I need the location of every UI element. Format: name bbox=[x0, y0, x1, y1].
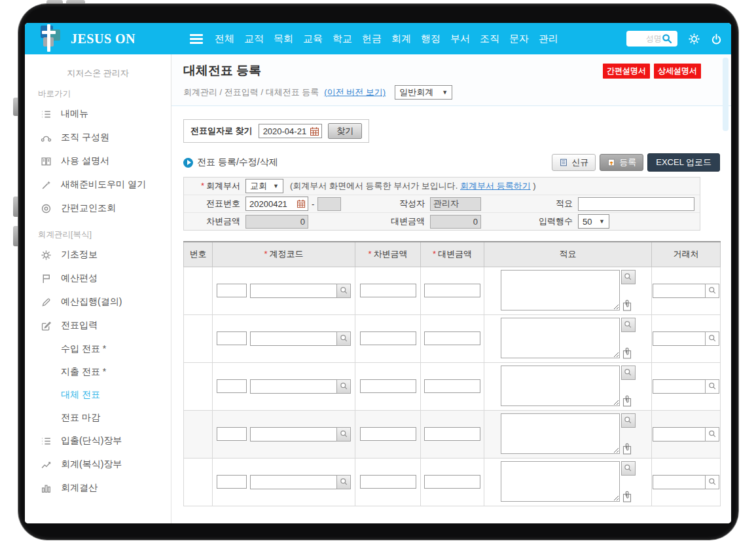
sidebar-item-예산집행(결의)[interactable]: 예산집행(결의) bbox=[25, 290, 171, 314]
summary-search-button[interactable] bbox=[621, 270, 636, 284]
account-name-input[interactable] bbox=[250, 379, 336, 394]
summary-textarea[interactable] bbox=[501, 413, 620, 454]
credit-input[interactable] bbox=[424, 475, 480, 489]
account-name-input[interactable] bbox=[250, 284, 336, 298]
new-button[interactable]: 신규 bbox=[552, 154, 596, 171]
hamburger-menu-icon[interactable] bbox=[190, 32, 203, 46]
account-code-input[interactable] bbox=[217, 379, 247, 393]
sidebar-item-전표마감[interactable]: 전표 마감 bbox=[25, 406, 171, 429]
gear-icon[interactable] bbox=[688, 33, 700, 45]
nav-item-12[interactable]: 관리 bbox=[539, 33, 558, 45]
detail-manual-button[interactable]: 상세설명서 bbox=[654, 64, 701, 79]
name-search-input[interactable] bbox=[630, 34, 662, 43]
sidebar-item-예산편성[interactable]: 예산편성 bbox=[25, 267, 171, 290]
nav-item-9[interactable]: 부서 bbox=[450, 33, 470, 45]
credit-input[interactable] bbox=[424, 331, 480, 345]
account-name-input[interactable] bbox=[250, 331, 336, 346]
slip-no-input[interactable]: 20200421 bbox=[245, 197, 308, 211]
nav-item-11[interactable]: 문자 bbox=[509, 33, 529, 45]
account-code-input[interactable] bbox=[217, 331, 247, 345]
nav-item-6[interactable]: 헌금 bbox=[362, 33, 382, 45]
power-icon[interactable] bbox=[711, 33, 722, 45]
ledger-select[interactable]: 일반회계▼ bbox=[395, 85, 452, 100]
credit-input[interactable] bbox=[424, 379, 480, 393]
attachment-icon[interactable] bbox=[622, 394, 632, 407]
attachment-icon[interactable] bbox=[622, 490, 632, 503]
summary-search-button[interactable] bbox=[621, 413, 636, 428]
nav-item-4[interactable]: 교육 bbox=[303, 33, 323, 45]
sidebar-item-조직구성원[interactable]: 조직 구성원 bbox=[25, 126, 171, 149]
account-name-input[interactable] bbox=[250, 427, 336, 442]
register-button[interactable]: 등록 bbox=[600, 154, 643, 171]
credit-input[interactable] bbox=[424, 284, 480, 297]
account-name-input[interactable] bbox=[250, 475, 336, 489]
vendor-input[interactable] bbox=[653, 331, 705, 346]
vendor-input[interactable] bbox=[653, 284, 705, 298]
sidebar-item-전표입력[interactable]: 전표입력 bbox=[25, 314, 171, 337]
vendor-search-button[interactable] bbox=[705, 331, 719, 346]
sidebar-item-지출전표[interactable]: 지출 전표 * bbox=[25, 360, 171, 383]
dept-select[interactable]: 교회▼ bbox=[245, 179, 283, 193]
nav-item-5[interactable]: 학교 bbox=[333, 33, 352, 45]
search-icon[interactable] bbox=[662, 33, 672, 44]
account-code-input[interactable] bbox=[217, 284, 247, 297]
account-search-button[interactable] bbox=[336, 284, 351, 298]
quick-manual-button[interactable]: 간편설명서 bbox=[603, 64, 650, 79]
sidebar-item-회계(복식)장부[interactable]: 회계(복식)장부 bbox=[25, 453, 171, 476]
calendar-icon[interactable] bbox=[310, 126, 319, 136]
vendor-input[interactable] bbox=[653, 475, 705, 489]
debit-input[interactable] bbox=[360, 427, 416, 441]
account-code-input[interactable] bbox=[217, 427, 247, 441]
account-search-button[interactable] bbox=[336, 331, 351, 346]
debit-input[interactable] bbox=[360, 379, 416, 393]
account-search-button[interactable] bbox=[336, 379, 351, 394]
account-search-button[interactable] bbox=[336, 427, 351, 442]
slip-no-suffix-input[interactable] bbox=[317, 197, 341, 211]
sidebar-item-새해준비도우미열기[interactable]: 새해준비도우미 열기 bbox=[25, 173, 171, 197]
debit-input[interactable] bbox=[360, 284, 416, 297]
previous-version-link[interactable]: (이전 버전 보기) bbox=[324, 86, 386, 98]
sidebar-item-수입전표[interactable]: 수입 전표 * bbox=[25, 337, 171, 360]
attachment-icon[interactable] bbox=[622, 442, 632, 455]
sidebar-item-내메뉴[interactable]: 내메뉴 bbox=[25, 102, 171, 126]
sidebar-item-입출(단식)장부[interactable]: 입출(단식)장부 bbox=[25, 429, 171, 453]
nav-item-7[interactable]: 회계 bbox=[391, 33, 411, 45]
dept-register-link[interactable]: 회계부서 등록하기 bbox=[460, 181, 531, 191]
debit-input[interactable] bbox=[360, 475, 416, 489]
find-button[interactable]: 찾기 bbox=[328, 123, 362, 139]
summary-textarea[interactable] bbox=[501, 461, 620, 502]
vendor-search-button[interactable] bbox=[705, 379, 719, 394]
sidebar-item-사용설명서[interactable]: 사용 설명서 bbox=[25, 149, 171, 173]
attachment-icon[interactable] bbox=[622, 299, 632, 312]
slip-date-input[interactable]: 2020-04-21 bbox=[259, 124, 323, 138]
summary-textarea[interactable] bbox=[501, 366, 620, 406]
sidebar-item-회계결산[interactable]: 회계결산 bbox=[25, 476, 171, 500]
account-code-input[interactable] bbox=[217, 475, 247, 489]
nav-item-10[interactable]: 조직 bbox=[480, 33, 499, 45]
excel-upload-button[interactable]: EXCEL 업로드 bbox=[647, 153, 720, 172]
sidebar-item-대체전표[interactable]: 대체 전표 bbox=[25, 383, 171, 406]
attachment-icon[interactable] bbox=[622, 347, 632, 360]
vendor-search-button[interactable] bbox=[705, 284, 719, 298]
row-count-select[interactable]: 50▼ bbox=[578, 214, 609, 229]
vendor-search-button[interactable] bbox=[705, 475, 719, 489]
summary-input[interactable] bbox=[578, 197, 694, 211]
nav-item-3[interactable]: 목회 bbox=[274, 33, 293, 45]
nav-item-2[interactable]: 교적 bbox=[244, 33, 264, 45]
vendor-input[interactable] bbox=[653, 427, 705, 442]
credit-input[interactable] bbox=[424, 427, 480, 441]
vendor-search-button[interactable] bbox=[705, 427, 719, 442]
summary-textarea[interactable] bbox=[501, 318, 620, 358]
nav-item-1[interactable]: 전체 bbox=[215, 33, 234, 45]
nav-item-8[interactable]: 행정 bbox=[421, 33, 441, 45]
account-search-button[interactable] bbox=[336, 475, 351, 489]
summary-textarea[interactable] bbox=[501, 270, 620, 310]
summary-search-button[interactable] bbox=[621, 461, 636, 476]
sidebar-item-간편교인조회[interactable]: 간편교인조회 bbox=[25, 197, 171, 220]
debit-input[interactable] bbox=[360, 331, 416, 345]
summary-search-button[interactable] bbox=[621, 318, 636, 332]
calendar-icon[interactable] bbox=[297, 199, 306, 208]
sidebar-item-기초정보[interactable]: 기초정보 bbox=[25, 243, 171, 267]
scrollbar[interactable] bbox=[723, 58, 729, 131]
vendor-input[interactable] bbox=[653, 379, 705, 394]
